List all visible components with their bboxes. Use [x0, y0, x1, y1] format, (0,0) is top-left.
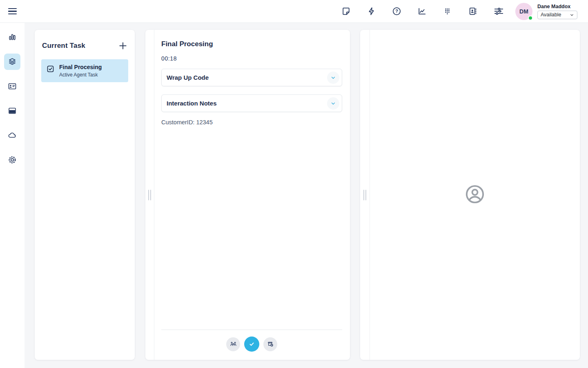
transfer-icon [230, 341, 237, 348]
wrap-up-code-label: Wrap Up Code [167, 74, 209, 81]
task-timer: 00:18 [161, 55, 342, 62]
topbar: ? [0, 0, 588, 23]
complete-button[interactable] [244, 337, 259, 352]
contact-card-icon[interactable] [4, 78, 20, 94]
interaction-notes-accordion[interactable]: Interaction Notes [161, 94, 342, 112]
park-task-icon [267, 341, 274, 348]
status-select[interactable]: Available [537, 11, 577, 19]
task-detail-title: Final Procesing [161, 40, 342, 48]
presence-indicator [528, 16, 533, 20]
left-rail [0, 23, 24, 368]
activity-icon[interactable] [4, 29, 20, 45]
task-item-title: Final Procesing [59, 64, 102, 71]
task-list-item[interactable]: Final Procesing Active Agent Task [41, 59, 128, 82]
window-icon[interactable] [4, 103, 20, 119]
performance-icon[interactable] [416, 6, 427, 17]
park-button[interactable] [263, 337, 277, 351]
status-value: Available [541, 12, 561, 18]
topbar-actions: ? [341, 3, 588, 20]
help-icon[interactable]: ? [391, 6, 402, 17]
wrap-up-code-accordion[interactable]: Wrap Up Code [161, 69, 342, 86]
transfer-button[interactable] [226, 337, 240, 351]
current-task-panel: Current Task Final Procesing Active Agen… [35, 30, 135, 360]
avatar-initials: DM [519, 8, 528, 15]
svg-text:?: ? [395, 9, 398, 13]
check-icon [248, 340, 256, 348]
panel-resize-handle[interactable] [145, 30, 154, 360]
plus-icon [118, 40, 128, 51]
settings-icon[interactable] [4, 152, 20, 168]
task-detail-panel: Final Procesing 00:18 Wrap Up Code Inter… [145, 30, 350, 360]
task-item-subtitle: Active Agent Task [59, 72, 102, 78]
hamburger-icon[interactable] [7, 6, 18, 17]
chevron-down-icon[interactable] [327, 97, 339, 110]
main-area: Current Task Final Procesing Active Agen… [24, 23, 588, 368]
preferences-icon[interactable] [492, 6, 503, 17]
avatar[interactable]: DM [515, 3, 532, 20]
drag-grip-icon [363, 190, 366, 200]
customer-id-text: CustomerID: 12345 [161, 119, 342, 126]
user-cluster: DM Dane Maddox Available [515, 3, 577, 20]
interaction-notes-label: Interaction Notes [167, 100, 217, 107]
checkbox-checked-icon [46, 65, 55, 73]
chevron-down-icon[interactable] [327, 72, 339, 84]
drag-grip-icon [148, 190, 151, 200]
dialpad-icon[interactable] [442, 6, 452, 17]
tasks-layers-icon[interactable] [4, 54, 20, 70]
interactions-icon[interactable] [366, 6, 376, 17]
directory-icon[interactable] [467, 6, 478, 17]
profile-panel [360, 30, 580, 360]
notes-icon[interactable] [341, 6, 351, 17]
chevron-down-icon [570, 13, 574, 17]
current-task-title: Current Task [42, 42, 85, 50]
user-profile-icon [464, 184, 486, 206]
user-name: Dane Maddox [537, 4, 577, 9]
add-task-button[interactable] [118, 40, 128, 51]
panel-resize-handle[interactable] [360, 30, 370, 360]
cloud-icon[interactable] [4, 127, 20, 144]
